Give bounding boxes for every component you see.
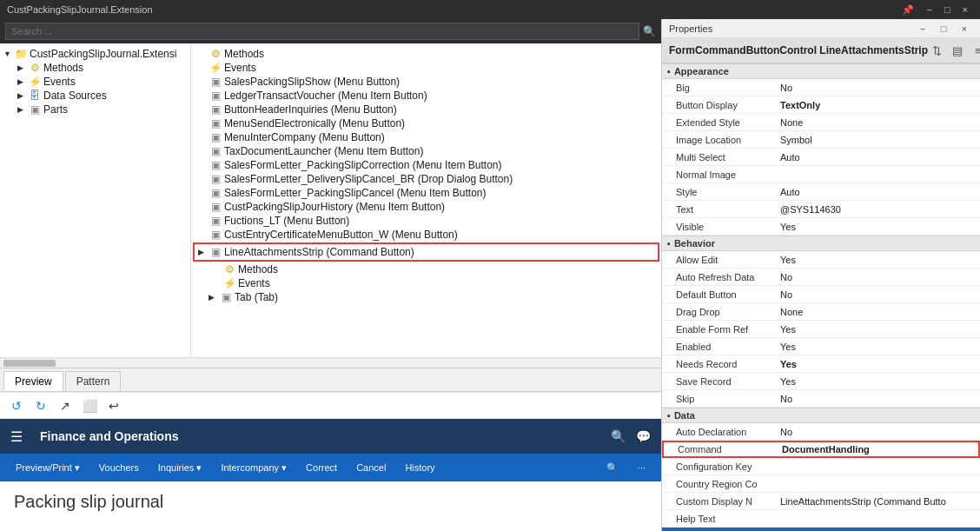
nav-preview-print[interactable]: Preview/Print ▾ (7, 459, 89, 477)
prop-name-needs-record: Needs Record (662, 357, 775, 371)
prop-row-big[interactable]: Big No (662, 79, 980, 96)
prop-row-help-text[interactable]: Help Text (662, 510, 980, 528)
prop-row-command[interactable]: Command DocumentHandling (662, 441, 980, 458)
prop-row-auto-refresh[interactable]: Auto Refresh Data No (662, 269, 980, 286)
prop-row-extended-style[interactable]: Extended Style None (662, 114, 980, 131)
prop-row-multi-select[interactable]: Multi Select Auto (662, 149, 980, 166)
prop-row-auto-declaration[interactable]: Auto Declaration No (662, 423, 980, 441)
prop-row-save-record[interactable]: Save Record Yes (662, 373, 980, 390)
fullscreen-btn[interactable]: ⬜ (80, 396, 99, 415)
section-data-collapse[interactable]: ▪ (667, 410, 671, 421)
prop-row-country-region[interactable]: Country Region Co (662, 475, 980, 493)
tree-label-7: SalesFormLetter_PackingSlipCorrection (M… (224, 159, 501, 171)
list-item[interactable]: ▣ CustPackingSlipJourHistory (Menu Item … (191, 200, 661, 214)
prop-row-normal-image[interactable]: Normal Image (662, 166, 980, 183)
search-header-icon[interactable]: 🔍 (611, 429, 626, 443)
panel-minimize[interactable]: − (914, 20, 931, 37)
panel-close[interactable]: × (956, 20, 973, 37)
list-item[interactable]: ▣ SalesFormLetter_PackingSlipCancel (Men… (191, 186, 661, 200)
prop-row-drag-drop[interactable]: Drag Drop None (662, 303, 980, 321)
prop-btn2[interactable]: ≡ (970, 42, 980, 59)
chat-icon[interactable]: 💬 (636, 429, 651, 443)
prop-row-default-button[interactable]: Default Button No (662, 286, 980, 303)
undo-btn[interactable]: ↩ (104, 396, 123, 415)
menu-icon-2: ▣ (209, 90, 222, 102)
tree-item-root[interactable]: ▼ 📁 CustPackingSlipJournal.Extensi (0, 47, 190, 61)
tree-scroll[interactable] (0, 357, 661, 368)
section-behavior-collapse[interactable]: ▪ (667, 238, 671, 249)
prop-row-allow-edit[interactable]: Allow Edit Yes (662, 251, 980, 269)
tree-item-methods[interactable]: ▶ ⚙ Methods (0, 61, 190, 75)
tree-label-6: TaxDocumentLauncher (Menu Item Button) (224, 145, 423, 157)
list-item[interactable]: ▣ SalesPackingSlipShow (Menu Button) (191, 75, 661, 89)
tree-item-tab[interactable]: ▶ ▣ Tab (Tab) (191, 290, 661, 304)
prop-row-config-key[interactable]: Configuration Key (662, 458, 980, 475)
tree-item-r-events[interactable]: ⚡ Events (191, 61, 661, 75)
preview-tabs: Preview Pattern (0, 368, 661, 392)
sort-cat-btn[interactable]: ▤ (949, 42, 966, 59)
forward-btn[interactable]: ↻ (31, 396, 50, 415)
prop-row-visible[interactable]: Visible Yes (662, 218, 980, 236)
tree-item-datasources[interactable]: ▶ 🗄 Data Sources (0, 89, 190, 103)
app-content: Packing slip journal (0, 481, 661, 531)
nav-intercompany[interactable]: Intercompany ▾ (212, 459, 295, 477)
minimize-button[interactable]: − (921, 0, 937, 19)
close-button[interactable]: × (957, 0, 973, 19)
list-item-methods-sub[interactable]: ⚙ Methods (191, 262, 661, 276)
list-item[interactable]: ▣ SalesFormLetter_PackingSlipCorrection … (191, 158, 661, 172)
list-item[interactable]: ▣ SalesFormLetter_DeliverySlipCancel_BR … (191, 172, 661, 186)
nav-cancel[interactable]: Cancel (348, 459, 394, 476)
refresh-btn[interactable]: ↺ (7, 396, 26, 415)
prop-row-style[interactable]: Style Auto (662, 183, 980, 201)
nav-vouchers[interactable]: Vouchers (90, 459, 148, 476)
control-type-bar: FormCommandButtonControl LineAttachments… (662, 38, 980, 63)
menu-icon-3: ▣ (209, 103, 222, 116)
prop-row-button-display[interactable]: Button Display TextOnly (662, 96, 980, 114)
prop-name-config-key: Configuration Key (662, 460, 775, 474)
prop-name-enabled: Enabled (662, 340, 775, 354)
prop-row-enabled[interactable]: Enabled Yes (662, 338, 980, 355)
prop-name-style: Style (662, 185, 775, 199)
list-item[interactable]: ▣ MenuSendElectronically (Menu Button) (191, 116, 661, 130)
tab-preview[interactable]: Preview (3, 371, 63, 391)
list-item[interactable]: ▣ ButtonHeaderInquiries (Menu Button) (191, 103, 661, 116)
list-item[interactable]: ▣ CustEntryCertificateMenuButton_W (Menu… (191, 228, 661, 242)
open-btn[interactable]: ↗ (56, 396, 75, 415)
tab-pattern[interactable]: Pattern (65, 371, 122, 391)
nav-more[interactable]: ··· (629, 459, 654, 476)
tree-scroll-bar (3, 360, 56, 367)
list-item[interactable]: ▣ LedgerTransactVoucher (Menu Item Butto… (191, 89, 661, 103)
prop-row-name[interactable]: Name LineAttachmentsStrip (662, 528, 980, 531)
maximize-button[interactable]: □ (939, 0, 956, 19)
prop-row-text[interactable]: Text @SYS114630 (662, 201, 980, 218)
prop-val-normal-image (775, 173, 980, 176)
nav-correct[interactable]: Correct (297, 459, 346, 476)
tree-label-la: LineAttachmentsStrip (Command Button) (224, 246, 414, 258)
list-item[interactable]: ▣ Fuctions_LT (Menu Button) (191, 214, 661, 228)
tree-arrow-ds: ▶ (17, 91, 28, 100)
prop-row-needs-record[interactable]: Needs Record Yes (662, 355, 980, 373)
tree-item-line-attachments[interactable]: ▶ ▣ LineAttachmentsStrip (Command Button… (193, 242, 659, 262)
prop-row-skip[interactable]: Skip No (662, 390, 980, 408)
tree-item-parts[interactable]: ▶ ▣ Parts (0, 103, 190, 116)
nav-history[interactable]: History (396, 459, 443, 476)
panel-maximize[interactable]: □ (935, 20, 952, 37)
tree-item-events[interactable]: ▶ ⚡ Events (0, 75, 190, 89)
list-item-events-sub[interactable]: ⚡ Events (191, 276, 661, 290)
hamburger-icon[interactable]: ☰ (10, 428, 23, 445)
nav-search[interactable]: 🔍 (598, 459, 627, 477)
tree-label-12: CustEntryCertificateMenuButton_W (Menu B… (224, 229, 458, 241)
prop-name-skip: Skip (662, 392, 775, 406)
list-item[interactable]: ▣ MenuInterCompany (Menu Button) (191, 130, 661, 144)
prop-row-image-location[interactable]: Image Location Symbol (662, 131, 980, 149)
list-item[interactable]: ▣ TaxDocumentLauncher (Menu Item Button) (191, 144, 661, 158)
tree-item-r-methods[interactable]: ⚙ Methods (191, 47, 661, 61)
nav-inquiries[interactable]: Inquiries ▾ (149, 459, 211, 477)
sort-alpha-btn[interactable]: ⇅ (928, 42, 945, 59)
prop-row-custom-display[interactable]: Custom Display N LineAttachmentsStrip (C… (662, 493, 980, 510)
prop-val-skip: No (775, 392, 980, 406)
pin-button[interactable]: 📌 (897, 0, 919, 19)
prop-row-enable-form-ref[interactable]: Enable Form Ref Yes (662, 321, 980, 338)
section-collapse-icon[interactable]: ▪ (667, 66, 671, 76)
search-input[interactable] (5, 23, 639, 40)
